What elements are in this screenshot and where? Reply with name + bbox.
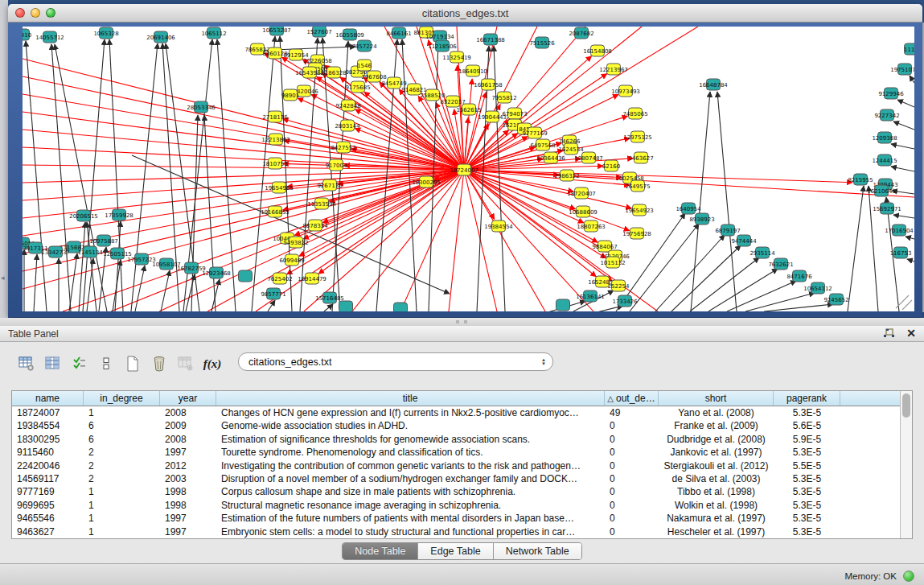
table-cell[interactable]: 9699695 (12, 499, 84, 512)
table-row[interactable]: 1456911722003Disruption of a novel membe… (12, 472, 900, 485)
table-cell[interactable]: Franke et al. (2009) (659, 419, 774, 432)
table-cell[interactable]: Genome-wide association studies in ADHD. (216, 419, 605, 432)
network-edge[interactable] (902, 300, 912, 310)
panel-divider[interactable] (0, 318, 924, 326)
column-header-pagerank[interactable]: pagerank (774, 391, 840, 406)
network-canvas-svg[interactable]: 1872400778658228860128891295422226058982… (23, 27, 914, 311)
column-select-icon[interactable] (69, 352, 90, 375)
table-cell[interactable]: 2012 (160, 459, 216, 472)
table-cell[interactable]: 5.3E-5 (774, 485, 840, 498)
table-cell[interactable]: 6 (84, 433, 160, 446)
table-row[interactable]: 1830029562008Estimation of significance … (12, 433, 900, 446)
table-cell[interactable]: 5.3E-5 (774, 472, 840, 485)
table-row[interactable]: 911546021997Tourette syndrome. Phenomeno… (12, 446, 900, 459)
tab-network-table[interactable]: Network Table (494, 543, 581, 559)
table-cell[interactable]: Wolkin et al. (1998) (659, 499, 774, 512)
table-cell[interactable]: 22420046 (12, 459, 84, 472)
network-edge[interactable] (848, 186, 864, 311)
table-cell[interactable]: 2 (84, 472, 160, 485)
column-header-year[interactable]: year (160, 391, 216, 406)
column-header-short[interactable]: short (659, 391, 774, 406)
network-edge[interactable] (87, 258, 93, 311)
panel-collapse-arrow-icon[interactable]: ◂ (1, 274, 5, 282)
table-cell[interactable]: Estimation of significance thresholds fo… (216, 433, 605, 446)
table-cell[interactable]: 6 (84, 419, 160, 432)
network-canvas[interactable]: 1872400778658228860128891295422226058982… (23, 27, 914, 311)
table-cell[interactable]: Yano et al. (2008) (659, 406, 774, 419)
network-edge[interactable] (69, 253, 77, 311)
table-cell[interactable]: 5.6E-5 (774, 419, 840, 432)
table-cell[interactable]: Tourette syndrome. Phenomenology and cla… (216, 446, 605, 459)
table-cell[interactable]: 1998 (160, 485, 216, 498)
column-header-name[interactable]: name (12, 391, 84, 406)
table-source-combobox[interactable]: citations_edges.txt ▲▼ (238, 352, 553, 371)
table-cell[interactable]: 14569117 (12, 472, 84, 485)
network-edge[interactable] (893, 215, 914, 218)
table-cell[interactable]: 5.3E-5 (774, 525, 840, 538)
table-cell[interactable]: 1997 (160, 446, 216, 459)
table-cell[interactable]: de Silva et al. (2003) (659, 472, 774, 485)
delete-table-icon[interactable] (149, 352, 170, 375)
row-tools-icon[interactable] (96, 352, 117, 375)
table-cell[interactable]: 1 (84, 485, 160, 498)
network-edge[interactable] (204, 115, 216, 311)
network-edge[interactable] (897, 100, 914, 107)
table-columns-icon[interactable] (43, 352, 64, 375)
network-edge[interactable] (717, 92, 737, 311)
table-cell[interactable]: Investigating the contribution of common… (216, 459, 605, 472)
float-panel-icon[interactable] (883, 328, 895, 339)
table-cell[interactable]: Stergiakouli et al. (2012) (659, 459, 774, 472)
table-cell[interactable]: 49 (605, 406, 659, 419)
table-cell[interactable]: 0 (605, 446, 659, 459)
table-cell[interactable]: 19384554 (12, 419, 84, 432)
table-cell[interactable]: 1 (84, 499, 160, 512)
network-edge[interactable] (910, 76, 914, 83)
window-titlebar[interactable]: citations_edges.txt (8, 4, 922, 23)
table-cell[interactable]: 5.3E-5 (774, 446, 840, 459)
scrollbar-thumb[interactable] (902, 393, 910, 418)
function-builder-icon[interactable]: f(x) (202, 352, 223, 375)
tab-node-table[interactable]: Node Table (343, 543, 418, 559)
table-cell[interactable]: 0 (605, 433, 659, 446)
table-cell[interactable]: Tibbo et al. (1998) (659, 485, 774, 498)
column-header-in_degree[interactable]: in_degree (84, 391, 160, 406)
table-cell[interactable]: 9463627 (12, 525, 84, 538)
network-edge[interactable] (655, 235, 725, 311)
table-cell[interactable]: 0 (605, 485, 659, 498)
table-cell[interactable]: 2 (84, 459, 160, 472)
network-edge[interactable] (83, 39, 105, 311)
network-node[interactable] (556, 299, 570, 311)
table-vertical-scrollbar[interactable] (900, 391, 912, 538)
network-edge[interactable] (893, 122, 914, 130)
column-header-out_de[interactable]: △out_de… (605, 391, 659, 406)
table-cell[interactable]: 0 (605, 525, 659, 538)
network-edge[interactable] (764, 304, 833, 311)
network-edge[interactable] (891, 167, 914, 171)
table-cell[interactable]: Embryonic stem cells: a model to study s… (216, 525, 605, 538)
table-cell[interactable]: Changes of HCN gene expression and I(f) … (216, 406, 605, 419)
network-edge[interactable] (23, 59, 464, 170)
table-cell[interactable]: 0 (605, 512, 659, 525)
table-cell[interactable]: 9465546 (12, 512, 84, 525)
network-edge[interactable] (593, 306, 623, 311)
table-cell[interactable]: 1998 (160, 499, 216, 512)
network-edge[interactable] (109, 39, 123, 311)
table-cell[interactable]: 2 (84, 446, 160, 459)
network-edge[interactable] (869, 186, 878, 311)
network-edge[interactable] (23, 130, 464, 170)
table-cell[interactable]: Corpus callosum shape and size in male p… (216, 485, 605, 498)
table-row[interactable]: 969969511998Structural magnetic resonanc… (12, 499, 900, 512)
table-cell[interactable]: 1 (84, 512, 160, 525)
table-cell[interactable]: Hescheler et al. (1997) (659, 525, 774, 538)
network-node[interactable] (339, 301, 353, 311)
table-cell[interactable]: 9777169 (12, 485, 84, 498)
table-cell[interactable]: 18300295 (12, 433, 84, 446)
network-edge[interactable] (464, 170, 852, 183)
network-node[interactable] (394, 303, 408, 311)
table-cell[interactable]: 1997 (160, 525, 216, 538)
table-cell[interactable]: 18724007 (12, 406, 84, 419)
table-row[interactable]: 977716911998Corpus callosum shape and si… (12, 485, 900, 498)
network-edge[interactable] (449, 170, 464, 311)
tab-edge-table[interactable]: Edge Table (418, 543, 493, 559)
network-edge[interactable] (55, 44, 107, 311)
